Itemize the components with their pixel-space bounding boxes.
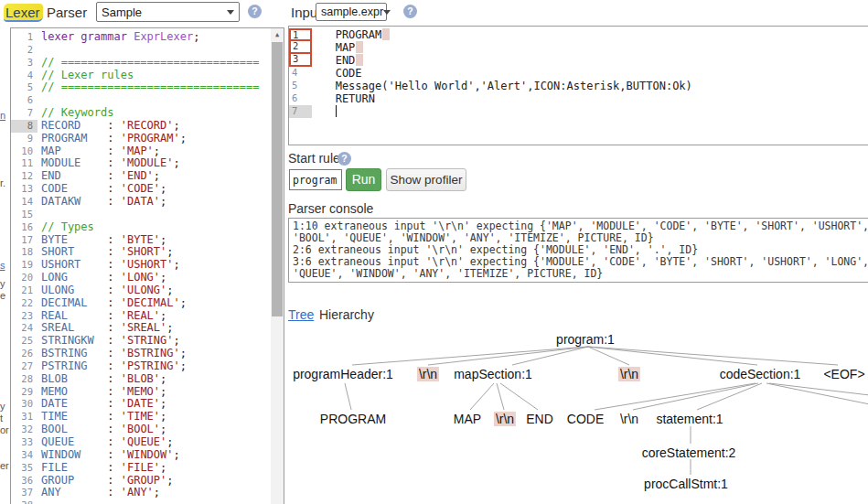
grammar-line[interactable]: PROGRAM : 'PROGRAM'; xyxy=(41,133,284,145)
grammar-editor[interactable]: 1234567891011121314151617181920212223242… xyxy=(10,27,284,504)
tree-node[interactable]: PROGRAM xyxy=(320,412,386,426)
grammar-line[interactable]: PSTRING : 'PSTRING'; xyxy=(41,360,284,373)
input-line[interactable]: RETURN xyxy=(316,92,868,105)
code-token: ; xyxy=(160,397,166,410)
tree-node[interactable]: <EOF> xyxy=(823,367,864,381)
code-token: REAL xyxy=(41,309,68,322)
input-line[interactable]: PROGRAM xyxy=(316,28,868,41)
tree-node[interactable]: procCallStmt:1 xyxy=(644,477,728,491)
input-file-select[interactable]: sample.expr xyxy=(316,3,387,21)
code-token: : xyxy=(74,474,121,487)
vertical-scrollbar[interactable]: ▲ xyxy=(271,28,284,504)
grammar-line[interactable]: LONG : 'LONG'; xyxy=(41,272,284,284)
grammar-line[interactable]: BLOB : 'BLOB'; xyxy=(41,373,284,386)
input-line[interactable] xyxy=(316,105,868,118)
scroll-up-icon[interactable]: ▲ xyxy=(271,28,284,41)
line-number: 33 xyxy=(11,436,38,449)
tree-node[interactable]: codeSection:1 xyxy=(720,367,801,381)
grammar-line[interactable]: DATAKW : 'DATA'; xyxy=(41,196,284,209)
grammar-line[interactable] xyxy=(41,499,284,504)
show-profiler-button[interactable]: Show profiler xyxy=(386,168,466,191)
grammar-line[interactable]: WINDOW : 'WINDOW'; xyxy=(41,449,284,462)
code-token: WINDOW xyxy=(41,448,80,461)
tree-node[interactable]: \r\n xyxy=(494,412,516,426)
grammar-line[interactable]: QUEUE : 'QUEUE'; xyxy=(41,436,284,449)
grammar-line[interactable]: BSTRING : 'BSTRING'; xyxy=(41,348,284,360)
code-token: 'REAL' xyxy=(121,309,160,322)
help-icon[interactable]: ? xyxy=(403,5,417,18)
input-line[interactable]: CODE xyxy=(316,67,868,80)
tree-node[interactable]: mapSection:1 xyxy=(454,367,532,381)
line-number: 15 xyxy=(11,209,38,221)
grammar-line[interactable]: BOOL : 'BOOL'; xyxy=(41,424,284,436)
tree-node[interactable]: program:1 xyxy=(556,332,615,347)
help-icon[interactable]: ? xyxy=(248,5,262,18)
tree-node[interactable]: \r\n xyxy=(417,367,439,381)
line-number: 18 xyxy=(11,246,38,259)
tree-node[interactable]: programHeader:1 xyxy=(293,367,393,381)
tab-parser[interactable]: Parser xyxy=(47,5,87,20)
tree-node[interactable]: CODE xyxy=(567,412,604,426)
grammar-line[interactable]: lexer grammar ExprLexer; xyxy=(41,31,284,44)
grammar-line[interactable]: // Keywords xyxy=(41,107,284,120)
grammar-line[interactable] xyxy=(41,94,284,107)
grammar-line[interactable]: // ============================== xyxy=(41,57,284,70)
grammar-line[interactable]: ULONG : 'ULONG'; xyxy=(41,284,284,297)
code-token: 'MAP' xyxy=(121,145,154,157)
grammar-line[interactable]: CODE : 'CODE'; xyxy=(41,183,284,196)
tree-node[interactable]: END xyxy=(526,412,553,426)
code-token: ; xyxy=(166,245,173,258)
code-token: 'PSTRING' xyxy=(121,359,180,372)
code-token: QUEUE xyxy=(41,435,74,448)
code-token: 'WINDOW' xyxy=(121,448,174,461)
tree-node[interactable]: \r\n xyxy=(620,412,638,426)
grammar-line[interactable]: DECIMAL : 'DECIMAL'; xyxy=(41,297,284,310)
code-token: DATE xyxy=(41,397,68,410)
input-line[interactable]: END xyxy=(316,54,868,67)
scrollbar-thumb[interactable] xyxy=(272,42,283,316)
run-button[interactable]: Run xyxy=(346,168,381,191)
grammar-line[interactable] xyxy=(41,44,284,57)
grammar-line[interactable]: ANY : 'ANY'; xyxy=(41,487,284,499)
code-token: MEMO xyxy=(41,385,68,398)
grammar-select[interactable]: Sample xyxy=(96,2,240,22)
code-token: : xyxy=(68,397,121,410)
input-line[interactable]: Message('Hello World','Alert',ICON:Aster… xyxy=(316,80,868,92)
grammar-line[interactable]: // Types xyxy=(41,221,284,234)
tab-tree[interactable]: Tree xyxy=(288,307,314,322)
tree-node[interactable]: statement:1 xyxy=(656,412,723,426)
code-token: : xyxy=(94,334,121,347)
tab-hierarchy[interactable]: Hierarchy xyxy=(319,307,374,322)
code-token: 'ULONG' xyxy=(121,284,167,296)
grammar-line[interactable]: RECORD : 'RECORD'; xyxy=(41,120,284,133)
input-editor[interactable]: 1234567 PROGRAM MAP END CODE Message('He… xyxy=(288,26,868,145)
grammar-line[interactable]: // ============================== xyxy=(41,81,284,94)
parser-console-label: Parser console xyxy=(288,201,373,216)
help-icon[interactable]: ? xyxy=(338,152,351,166)
tree-node[interactable]: coreStatement:2 xyxy=(642,445,736,460)
grammar-line[interactable] xyxy=(41,209,284,221)
tree-edge xyxy=(697,383,762,410)
code-token: 'CODE' xyxy=(121,182,160,195)
line-number: 6 xyxy=(11,94,38,107)
tab-lexer[interactable]: Lexer xyxy=(4,4,43,22)
code-token: 'RECORD' xyxy=(121,119,174,132)
tree-edge xyxy=(428,347,588,365)
grammar-line[interactable]: USHORT : 'USHORT'; xyxy=(41,259,284,272)
tree-node[interactable]: MAP xyxy=(454,412,481,426)
input-code[interactable]: PROGRAM MAP END CODE Message('Hello Worl… xyxy=(312,27,868,145)
tree-edge xyxy=(588,347,629,365)
tree-node[interactable]: \r\n xyxy=(618,367,640,381)
line-number: 13 xyxy=(11,183,38,196)
grammar-code[interactable]: lexer grammar ExprLexer;// =============… xyxy=(38,28,284,504)
input-line[interactable]: MAP xyxy=(316,41,868,54)
code-token: : xyxy=(80,119,120,132)
tree-edge xyxy=(769,383,868,413)
code-token: // ============================== xyxy=(41,80,259,93)
grammar-line[interactable]: FILE : 'FILE'; xyxy=(41,462,284,475)
line-number: 23 xyxy=(11,310,38,323)
tree-edge xyxy=(500,383,538,410)
start-rule-input[interactable] xyxy=(289,169,342,190)
code-token: 'ANY' xyxy=(121,486,154,499)
line-number: 16 xyxy=(11,221,38,234)
